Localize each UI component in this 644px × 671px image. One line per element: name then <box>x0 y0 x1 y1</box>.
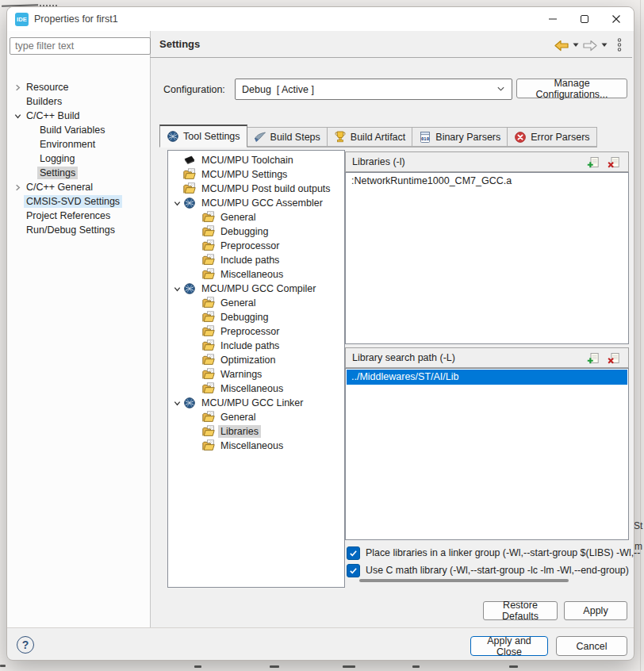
twisty-icon[interactable] <box>190 240 202 251</box>
twisty-icon[interactable] <box>190 369 202 380</box>
tab[interactable]: Error Parsers <box>508 127 596 147</box>
twisty-icon[interactable] <box>190 297 202 309</box>
twisty-icon[interactable] <box>12 182 24 193</box>
twisty-icon[interactable] <box>12 224 24 236</box>
twisty-icon[interactable] <box>190 312 202 323</box>
tool-settings-tree-item[interactable]: Include paths <box>168 253 344 267</box>
twisty-icon[interactable] <box>12 110 24 121</box>
twisty-icon[interactable] <box>190 255 202 266</box>
tool-settings-tree-item[interactable]: MCU/MPU GCC Assembler <box>168 196 344 210</box>
search-path-list[interactable]: ../Middlewares/ST/AI/Lib <box>345 368 629 540</box>
apply-and-close-button[interactable]: Apply and Close <box>470 636 548 656</box>
sidebar-tree-item[interactable]: CMSIS-SVD Settings <box>7 194 150 209</box>
twisty-icon[interactable] <box>190 355 202 366</box>
sidebar-tree-item[interactable]: Builders <box>7 94 150 109</box>
tool-settings-tree-item[interactable]: Optimization <box>168 353 344 367</box>
sidebar-tree-item[interactable]: C/C++ General <box>7 180 150 194</box>
delete-icon[interactable] <box>608 352 620 365</box>
tab[interactable]: 010 Binary Parsers <box>412 127 508 147</box>
tool-settings-tree-item[interactable]: MCU/MPU GCC Compiler <box>168 282 344 296</box>
folder-icon <box>202 425 215 438</box>
tool-settings-tree-item[interactable]: MCU/MPU Toolchain <box>168 153 344 167</box>
twisty-icon[interactable] <box>190 212 202 223</box>
twisty-icon[interactable] <box>190 426 202 437</box>
twisty-icon[interactable] <box>190 412 202 423</box>
tool-settings-tree-item[interactable]: Miscellaneous <box>168 382 344 396</box>
back-arrow-icon[interactable] <box>553 39 570 52</box>
add-icon[interactable] <box>587 156 600 169</box>
search-path-panel-header: Library search path (-L) <box>345 347 629 368</box>
tool-settings-tree-item[interactable]: Debugging <box>168 310 344 324</box>
tool-settings-tree-item[interactable]: Warnings <box>168 367 344 382</box>
twisty-icon[interactable] <box>190 326 202 337</box>
sidebar-tree-item[interactable]: Project References <box>7 209 150 223</box>
sidebar-tree-item[interactable]: C/C++ Build <box>7 109 150 123</box>
twisty-icon[interactable] <box>25 167 37 178</box>
restore-defaults-button[interactable]: Restore Defaults <box>483 601 558 620</box>
twisty-icon[interactable] <box>190 226 202 237</box>
twisty-icon[interactable] <box>25 125 37 136</box>
tool-settings-tree-item[interactable]: Preprocessor <box>168 239 344 253</box>
tool-settings-tree-item[interactable]: Preprocessor <box>168 324 344 339</box>
add-icon[interactable] <box>587 352 600 365</box>
tool-settings-tree-item[interactable]: Debugging <box>168 224 344 239</box>
minimize-button[interactable] <box>537 7 569 31</box>
tool-settings-tree-item[interactable]: MCU/MPU Post build outputs <box>168 182 344 196</box>
twisty-icon[interactable] <box>190 383 202 394</box>
twisty-icon[interactable] <box>25 153 37 164</box>
twisty-icon[interactable] <box>171 397 183 408</box>
tool-settings-tree-item[interactable]: Libraries <box>168 424 344 439</box>
twisty-icon[interactable] <box>171 197 183 209</box>
sidebar-tree-item[interactable]: Logging <box>7 151 150 166</box>
tab[interactable]: Build Artifact <box>328 127 412 147</box>
twisty-icon[interactable] <box>12 210 24 221</box>
tool-settings-tree-item[interactable]: Miscellaneous <box>168 267 344 282</box>
forward-arrow-icon[interactable] <box>581 39 599 52</box>
tool-settings-tree-item[interactable]: MCU/MPU Settings <box>168 167 344 182</box>
twisty-icon[interactable] <box>171 283 183 294</box>
checkbox-checked-icon[interactable] <box>347 564 360 577</box>
forward-history-caret-icon[interactable] <box>599 42 610 48</box>
twisty-icon[interactable] <box>12 96 24 107</box>
back-history-caret-icon[interactable] <box>570 42 581 48</box>
list-item[interactable]: ../Middlewares/ST/AI/Lib <box>347 370 627 385</box>
twisty-icon[interactable] <box>25 139 37 150</box>
cancel-button[interactable]: Cancel <box>556 636 627 656</box>
libraries-list[interactable]: :NetworkRuntime1000_CM7_GCC.a <box>345 172 629 344</box>
tab[interactable]: Build Steps <box>247 127 328 147</box>
tool-settings-tree-item[interactable]: General <box>168 296 344 310</box>
sidebar-tree-item[interactable]: Settings <box>7 166 150 180</box>
filter-input[interactable] <box>10 37 151 55</box>
list-item[interactable]: :NetworkRuntime1000_CM7_GCC.a <box>347 174 627 189</box>
tool-settings-tree-item[interactable]: General <box>168 410 344 424</box>
tool-settings-tree-item[interactable]: MCU/MPU GCC Linker <box>168 396 344 410</box>
manage-configurations-button[interactable]: Manage Configurations... <box>516 79 627 98</box>
twisty-icon[interactable] <box>171 183 183 194</box>
sidebar-tree-item[interactable]: Environment <box>7 137 150 151</box>
delete-icon[interactable] <box>608 156 620 169</box>
app-icon: IDE <box>15 13 29 26</box>
tool-settings-tree-item[interactable]: Include paths <box>168 339 344 353</box>
configuration-select[interactable]: Debug [ Active ] <box>235 79 512 100</box>
help-button[interactable]: ? <box>17 636 34 654</box>
close-button[interactable] <box>600 7 632 31</box>
twisty-icon[interactable] <box>12 82 24 93</box>
twisty-icon[interactable] <box>190 269 202 280</box>
view-menu-icon[interactable] <box>615 37 624 53</box>
apply-button[interactable]: Apply <box>564 601 627 620</box>
twisty-icon[interactable] <box>12 196 24 207</box>
sidebar-tree-item[interactable]: Build Variables <box>7 123 150 137</box>
twisty-icon[interactable] <box>190 340 202 351</box>
title-bar[interactable]: IDE Properties for first1 <box>7 7 634 31</box>
tool-settings-tree-item[interactable]: Miscellaneous <box>168 439 344 453</box>
tool-settings-tree-item[interactable]: General <box>168 210 344 224</box>
twisty-icon[interactable] <box>171 155 183 166</box>
sidebar-tree-item[interactable]: Resource <box>7 80 150 94</box>
twisty-icon[interactable] <box>171 169 183 180</box>
tab[interactable]: Tool Settings <box>159 125 247 148</box>
twisty-icon[interactable] <box>190 440 202 451</box>
horizontal-scrollbar[interactable] <box>359 579 569 582</box>
sidebar-tree-item[interactable]: Run/Debug Settings <box>7 223 150 237</box>
maximize-button[interactable] <box>569 7 600 31</box>
checkbox-checked-icon[interactable] <box>347 546 360 560</box>
